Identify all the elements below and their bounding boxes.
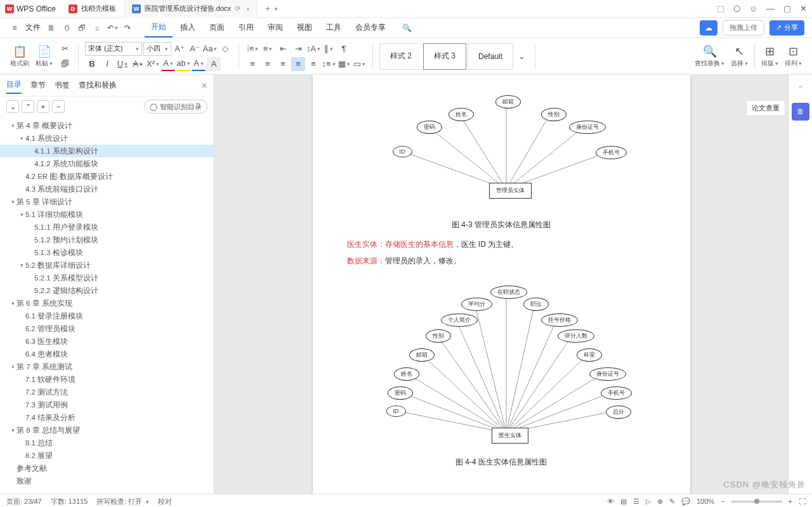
outline-item[interactable]: 6.1 登录注册模块 [0, 310, 214, 322]
new-tab-button[interactable]: ＋ ▾ [258, 3, 284, 14]
outline-item[interactable]: 6.3 医生模块 [0, 335, 214, 348]
file-menu[interactable]: 文件 [23, 22, 43, 33]
proofread[interactable]: 校对 [158, 497, 172, 506]
outline-item[interactable]: 7.2 测试方法 [0, 386, 214, 398]
outline-item[interactable]: 参考文献 [0, 462, 214, 475]
view-fullscreen-icon[interactable]: ⊕ [657, 497, 663, 506]
view-tool-icon[interactable]: ✎ [669, 497, 675, 506]
style-2-button[interactable]: 样式 2 [379, 43, 422, 70]
add-icon[interactable]: + [37, 100, 49, 113]
preview-icon[interactable]: 🗗 [75, 21, 89, 35]
italic-button[interactable]: I [100, 57, 114, 71]
view-web-icon[interactable]: ▷ [646, 497, 651, 506]
upload-button[interactable]: 拖拽上传 [723, 20, 764, 36]
font-select[interactable]: 宋体 (正文)▾ [85, 42, 142, 56]
outline-item[interactable]: 6.4 患者模块 [0, 348, 214, 360]
outline-item[interactable]: 4.3 系统前端接口设计 [0, 183, 214, 195]
select-button[interactable]: ↖选择▾ [728, 43, 750, 69]
outline-item[interactable]: 6.2 管理员模块 [0, 322, 214, 335]
align-left-icon[interactable]: ≡ [246, 57, 259, 71]
minimize-icon[interactable]: — [766, 4, 775, 13]
print-icon[interactable]: ⎙ [60, 21, 74, 35]
outline-item[interactable]: 5.2.1 关系模型设计 [0, 272, 214, 284]
outline-item[interactable]: 4.2 ER 图-数据库概要设计 [0, 170, 214, 183]
collapse-panel-icon[interactable]: ⌃ [792, 80, 809, 98]
layout-button[interactable]: ⊞排版▾ [759, 43, 781, 69]
outline-item[interactable]: 4.1.1 系统架构设计 [0, 145, 214, 157]
zoom-out-icon[interactable]: − [721, 497, 724, 505]
bold-button[interactable]: B [85, 57, 99, 71]
outline-item[interactable]: 致谢 [0, 475, 214, 487]
nav-tab-find[interactable]: 查找和替换 [79, 77, 117, 93]
format-painter-button[interactable]: 📋格式刷 [8, 43, 32, 69]
outline-item[interactable]: 5.1.1 用户登录模块 [0, 221, 214, 234]
outline-item[interactable]: ▾5.1 详细功能模块 [0, 208, 214, 221]
view-read-icon[interactable]: 👁 [607, 497, 614, 505]
cloud-button[interactable]: ☁ [700, 20, 717, 36]
outline-item[interactable]: 4.1.2 系统功能板块 [0, 157, 214, 170]
copy-icon[interactable]: 🗐 [58, 57, 72, 71]
outline-item[interactable]: ▾4.1 系统设计 [0, 132, 214, 145]
paste-button[interactable]: 📄粘贴▾ [33, 43, 55, 69]
highlight-icon[interactable]: ab▾ [176, 57, 190, 71]
tab-start[interactable]: 开始 [145, 18, 173, 37]
align-justify-icon[interactable]: ≡ [291, 57, 305, 71]
sort-icon[interactable]: ↕A▾ [306, 42, 320, 56]
change-case-icon[interactable]: Aa▾ [203, 42, 217, 56]
user-icon[interactable]: ☺ [749, 4, 757, 13]
tab-review[interactable]: 审阅 [261, 18, 289, 37]
tab-page[interactable]: 页面 [203, 18, 231, 37]
expand-icon[interactable]: ⌃ [22, 100, 34, 113]
outline-item[interactable]: ▾第 6 章 系统实现 [0, 297, 214, 310]
shading-icon[interactable]: A [207, 57, 221, 71]
tab-view[interactable]: 视图 [291, 18, 318, 37]
collapse-icon[interactable]: ⌄ [6, 100, 19, 113]
indent-out-icon[interactable]: ⇤ [276, 42, 290, 56]
tab-document[interactable]: W 医院管理系统设计报告.docx ⟳ • [124, 0, 258, 18]
tab-reference[interactable]: 引用 [232, 18, 260, 37]
para-icon[interactable]: ¶ [337, 42, 351, 56]
page-indicator[interactable]: 页面: 23/47 [6, 497, 42, 506]
clear-format-icon[interactable]: ◇ [218, 42, 232, 56]
outline-item[interactable]: ▾第 8 章 总结与展望 [0, 424, 214, 437]
outline-item[interactable]: 8.1 总结 [0, 437, 214, 449]
line-spacing-icon[interactable]: ↕≡▾ [322, 57, 336, 71]
view-feedback-icon[interactable]: 💬 [681, 497, 690, 506]
tab-sync-icon[interactable]: ⟳ [235, 4, 240, 13]
spacing-icon[interactable]: ‖▾ [322, 42, 336, 56]
search-icon[interactable]: 🔍 [400, 21, 414, 35]
outline-item[interactable]: 5.1.2 预约计划模块 [0, 234, 214, 246]
cube-icon[interactable]: ⬡ [733, 4, 740, 13]
increase-font-icon[interactable]: A⁺ [173, 42, 187, 56]
number-list-icon[interactable]: ≡▾ [261, 42, 275, 56]
document-canvas[interactable]: ID 密码 姓名 邮箱 性别 身份证号 手机号 管理员实体 图 4-3 管理员实… [214, 75, 788, 494]
outline-item[interactable]: 7.1 软硬件环境 [0, 373, 214, 386]
plagiarism-check-button[interactable]: 🗎 [792, 103, 809, 121]
decrease-font-icon[interactable]: A⁻ [188, 42, 202, 56]
share-button[interactable]: ↗分享 [769, 20, 804, 36]
outline-item[interactable]: 5.1.3 检诊模块 [0, 246, 214, 259]
outline-item[interactable]: 5.2.2 逻辑结构设计 [0, 284, 214, 297]
save-icon[interactable]: 🗎 [44, 21, 58, 35]
style-default-button[interactable]: Default [468, 43, 513, 70]
zoom-icon[interactable]: ⌕ [90, 21, 104, 35]
underline-button[interactable]: U▾ [115, 57, 129, 71]
font-color-icon[interactable]: A▾ [192, 57, 206, 71]
hamburger-icon[interactable]: ≡ [8, 21, 22, 35]
indent-in-icon[interactable]: ⇥ [291, 42, 305, 56]
outline-item[interactable]: ▾第 5 章 详细设计 [0, 195, 214, 208]
align-right-icon[interactable]: ≡ [276, 57, 290, 71]
tab-tools[interactable]: 工具 [320, 18, 348, 37]
outline-item[interactable]: 7.3 测试用例 [0, 398, 214, 411]
maximize-icon[interactable]: ▢ [783, 4, 791, 13]
redo-icon[interactable]: ↷ [121, 21, 134, 35]
view-print-icon[interactable]: ▤ [620, 497, 627, 506]
align-center-icon[interactable]: ≡ [261, 57, 275, 71]
smart-toc-button[interactable]: ◯ 智能识别目录 [144, 100, 207, 114]
outline-item[interactable]: ▾5.2 数据库详细设计 [0, 259, 214, 272]
remove-icon[interactable]: − [52, 100, 65, 113]
cut-icon[interactable]: ✂ [58, 42, 72, 56]
spell-check[interactable]: 拼写检查: 打开 ▾ [96, 497, 148, 506]
close-icon[interactable]: ✕ [800, 4, 807, 13]
nav-tab-bookmark[interactable]: 书签 [55, 77, 70, 93]
